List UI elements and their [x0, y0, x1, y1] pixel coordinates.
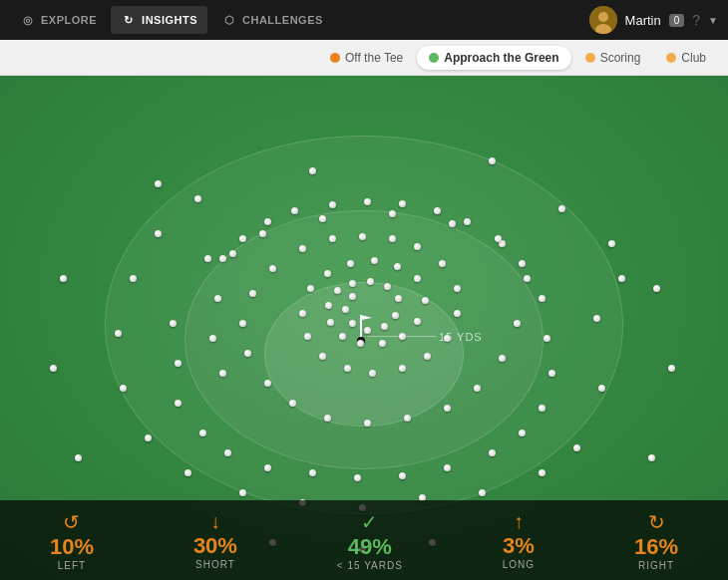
stat-right: ↻ 16% RIGHT — [634, 510, 678, 571]
golf-ball — [324, 270, 331, 277]
golf-ball — [539, 405, 546, 412]
tab-club-label: Club — [681, 51, 706, 65]
golf-ball — [444, 335, 451, 342]
golf-ball — [422, 297, 429, 304]
golf-ball — [364, 198, 371, 205]
golf-ball — [120, 385, 127, 392]
golf-ball — [389, 210, 396, 217]
golf-ball — [454, 285, 461, 292]
golf-ball — [489, 449, 496, 456]
golf-ball — [130, 275, 137, 282]
golf-ball — [424, 353, 431, 360]
golf-ball — [479, 489, 486, 496]
golf-ball — [434, 207, 441, 214]
help-icon[interactable]: ? — [692, 12, 700, 28]
tab-dot-approach — [429, 53, 439, 63]
golf-ball — [229, 250, 236, 257]
golf-ball — [342, 306, 349, 313]
nav-items: ◎ EXPLORE ↻ INSIGHTS ⬡ CHALLENGES — [10, 6, 333, 34]
golf-ball — [334, 287, 341, 294]
explore-icon: ◎ — [20, 12, 36, 28]
golf-ball — [214, 295, 221, 302]
golf-ball — [175, 400, 182, 407]
flag-pole — [360, 315, 362, 337]
golf-ball — [224, 449, 231, 456]
golf-ball — [264, 380, 271, 387]
golf-ball — [259, 230, 266, 237]
tab-approach-green[interactable]: Approach the Green — [417, 46, 570, 70]
golf-ball — [239, 320, 246, 327]
stat-short-number: 30% — [193, 535, 237, 557]
golf-ball — [573, 444, 580, 451]
tab-off-the-tee[interactable]: Off the Tee — [318, 46, 415, 70]
nav-item-explore[interactable]: ◎ EXPLORE — [10, 6, 107, 34]
tab-club[interactable]: Club — [654, 46, 718, 70]
golf-ball — [289, 400, 296, 407]
golf-ball — [414, 243, 421, 250]
golf-ball — [145, 435, 152, 441]
avatar — [589, 6, 617, 34]
golf-ball — [489, 157, 496, 164]
top-nav: ◎ EXPLORE ↻ INSIGHTS ⬡ CHALLENGES Martin… — [0, 0, 728, 40]
nav-insights-label: INSIGHTS — [142, 14, 197, 26]
golf-ball — [244, 350, 251, 357]
user-section: Martin 0 ? ▼ — [589, 6, 718, 34]
tab-scoring[interactable]: Scoring — [573, 46, 653, 70]
golf-ball — [209, 335, 216, 342]
golf-ball — [668, 365, 675, 372]
golf-ball — [319, 215, 326, 222]
golf-ball — [264, 218, 271, 225]
golf-ball — [319, 353, 326, 360]
stat-right-number: 16% — [634, 536, 678, 558]
tab-bar: Off the Tee Approach the Green Scoring C… — [0, 40, 728, 76]
stat-right-label: RIGHT — [638, 560, 674, 571]
golf-ball — [399, 472, 406, 479]
nav-item-challenges[interactable]: ⬡ CHALLENGES — [211, 6, 333, 34]
stats-bar: ↺ 10% LEFT ↓ 30% SHORT ✓ 49% < 15 YARDS … — [0, 500, 728, 580]
golf-ball — [384, 283, 391, 290]
golf-ball — [349, 293, 356, 300]
golf-ball — [444, 464, 451, 471]
golf-ball — [269, 265, 276, 272]
tab-scoring-label: Scoring — [600, 51, 641, 65]
golf-ball — [404, 415, 411, 422]
golf-ball — [524, 275, 531, 282]
stat-right-icon: ↻ — [648, 510, 665, 534]
golf-ball — [389, 235, 396, 242]
golf-ball — [495, 235, 502, 242]
golf-ball — [75, 454, 82, 461]
insights-icon: ↻ — [121, 12, 137, 28]
golf-ball — [344, 365, 351, 372]
stat-long-icon: ↑ — [514, 510, 524, 533]
golf-ball — [347, 260, 354, 267]
notification-badge: 0 — [669, 14, 685, 27]
golf-ball — [364, 327, 371, 334]
golf-ball — [653, 285, 660, 292]
golf-ball — [414, 318, 421, 325]
golf-ball — [219, 255, 226, 262]
golf-ball — [519, 430, 526, 436]
golf-ball — [199, 430, 206, 436]
stat-long-number: 3% — [503, 535, 535, 557]
golf-ball — [239, 235, 246, 242]
golf-ball — [307, 285, 314, 292]
stat-within15-number: 49% — [348, 536, 392, 558]
golf-ball — [399, 200, 406, 207]
golf-ball — [204, 255, 211, 262]
tab-dot-club — [666, 53, 676, 63]
golf-ball — [194, 195, 201, 202]
nav-item-insights[interactable]: ↻ INSIGHTS — [111, 6, 207, 34]
golf-ball — [357, 340, 364, 347]
dropdown-arrow-icon[interactable]: ▼ — [708, 15, 718, 26]
stat-left-icon: ↺ — [63, 510, 80, 534]
golf-ball — [648, 454, 655, 461]
golf-ball — [354, 474, 361, 481]
golf-ball — [349, 320, 356, 327]
nav-explore-label: EXPLORE — [41, 14, 97, 26]
svg-point-1 — [598, 12, 608, 22]
golf-ball — [474, 385, 481, 392]
golf-ball — [264, 464, 271, 471]
golf-ball — [299, 310, 306, 317]
stat-within15-icon: ✓ — [361, 510, 378, 534]
golf-ball — [364, 420, 371, 427]
